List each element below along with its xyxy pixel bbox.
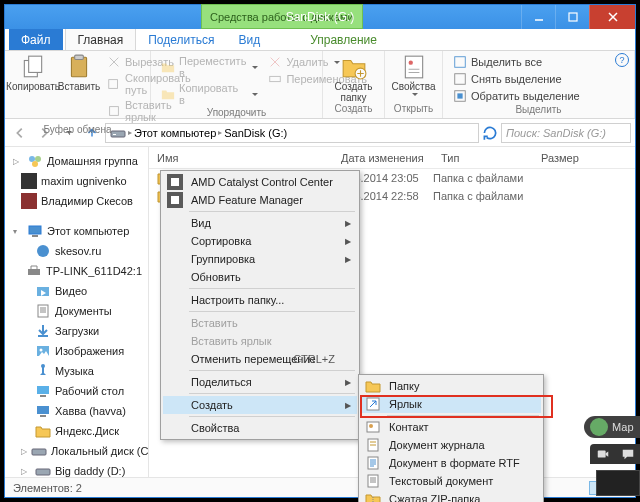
open-group-label: Открыть — [393, 103, 434, 116]
svg-point-18 — [35, 156, 41, 162]
svg-rect-0 — [569, 13, 577, 21]
copy-to-item[interactable]: Копировать в — [159, 81, 260, 107]
nav-item[interactable]: Изображения — [5, 341, 148, 361]
close-button[interactable] — [589, 5, 635, 29]
tab-manage[interactable]: Управление — [298, 29, 389, 50]
svg-rect-4 — [75, 55, 84, 59]
create-folder[interactable]: Папку — [361, 377, 541, 395]
move-to-item[interactable]: Переместить в — [159, 54, 260, 80]
tab-file[interactable]: Файл — [9, 29, 63, 50]
ctx-amd-fm[interactable]: AMD Feature Manager — [163, 191, 357, 209]
search-input[interactable]: Поиск: SanDisk (G:) — [501, 123, 631, 143]
ctx-customize[interactable]: Настроить папку... — [163, 291, 357, 309]
ctx-paste[interactable]: Вставить — [163, 314, 357, 332]
svg-rect-36 — [36, 469, 50, 475]
ctx-refresh[interactable]: Обновить — [163, 268, 357, 286]
col-date[interactable]: Дата изменения — [333, 152, 433, 164]
nav-user2[interactable]: Владимир Скесов — [5, 191, 148, 211]
create-submenu[interactable]: Папку Ярлык Контакт Документ журнала Док… — [358, 374, 544, 502]
invert-selection-item[interactable]: Обратить выделение — [451, 88, 582, 104]
svg-rect-23 — [32, 235, 38, 237]
breadcrumb[interactable]: ▸ Этот компьютер ▸ SanDisk (G:) — [105, 123, 479, 143]
status-count: Элементов: 2 — [13, 482, 82, 494]
nav-item[interactable]: Яндекс.Диск — [5, 421, 148, 441]
copy-button[interactable]: Копировать — [13, 54, 53, 92]
nav-this-pc[interactable]: ▾Этот компьютер — [5, 221, 148, 241]
svg-rect-50 — [368, 475, 378, 487]
camera-icon[interactable] — [596, 447, 610, 461]
hangouts-controls[interactable] — [590, 444, 640, 464]
ctx-amd-ccc[interactable]: AMD Catalyst Control Center — [163, 173, 357, 191]
ctx-sort[interactable]: Сортировка▶ — [163, 232, 357, 250]
ctx-view[interactable]: Вид▶ — [163, 214, 357, 232]
svg-rect-34 — [40, 415, 46, 417]
breadcrumb-this-pc[interactable]: Этот компьютер — [134, 127, 216, 139]
nav-item[interactable]: TP-LINK_611D42:1 — [5, 261, 148, 281]
nav-item[interactable]: Хавва (havva) — [5, 401, 148, 421]
col-type[interactable]: Тип — [433, 152, 533, 164]
svg-rect-2 — [29, 56, 42, 72]
svg-rect-12 — [455, 74, 466, 85]
context-menu[interactable]: AMD Catalyst Control Center AMD Feature … — [160, 170, 360, 440]
ctx-share[interactable]: Поделиться▶ — [163, 373, 357, 391]
ctx-create[interactable]: Создать▶ — [163, 396, 357, 414]
nav-user1[interactable]: maxim ugnivenko — [5, 171, 148, 191]
svg-rect-33 — [37, 406, 49, 414]
nav-homegroup[interactable]: ▷Домашняя группа — [5, 151, 148, 171]
maximize-button[interactable] — [555, 5, 589, 29]
create-shortcut[interactable]: Ярлык — [361, 395, 541, 413]
svg-point-29 — [40, 349, 43, 352]
svg-rect-9 — [405, 56, 422, 78]
svg-rect-27 — [38, 305, 48, 317]
svg-rect-20 — [21, 173, 37, 189]
nav-item[interactable]: ▷Big daddy (D:) — [5, 461, 148, 477]
create-zip[interactable]: Сжатая ZIP-папка — [361, 490, 541, 502]
nav-item[interactable]: Рабочий стол — [5, 381, 148, 401]
svg-rect-25 — [28, 269, 40, 275]
nav-item[interactable]: Загрузки — [5, 321, 148, 341]
ribbon: ? Копировать Вставить Вырезать Скопирова… — [5, 51, 635, 119]
svg-rect-32 — [40, 395, 46, 397]
tab-view[interactable]: Вид — [226, 29, 272, 50]
nav-item[interactable]: ▷Локальный диск (C:) — [5, 441, 148, 461]
svg-rect-46 — [367, 422, 379, 432]
create-rtf[interactable]: Документ в формате RTF — [361, 454, 541, 472]
ctx-properties[interactable]: Свойства — [163, 419, 357, 437]
col-size[interactable]: Размер — [533, 152, 593, 164]
svg-rect-51 — [597, 451, 605, 458]
ctx-undo-move[interactable]: Отменить перемещениеCTRL+Z — [163, 350, 357, 368]
organize-group-label: Упорядочить — [159, 107, 314, 120]
nav-item[interactable]: skesov.ru — [5, 241, 148, 261]
tab-home[interactable]: Главная — [65, 28, 137, 50]
svg-point-17 — [29, 156, 35, 162]
column-headers[interactable]: Имя Дата изменения Тип Размер — [149, 147, 635, 169]
minimize-button[interactable] — [521, 5, 555, 29]
hangouts-thumb[interactable] — [596, 470, 640, 496]
hangouts-contact[interactable]: Мар — [584, 416, 640, 438]
nav-item[interactable]: Музыка — [5, 361, 148, 381]
nav-pane[interactable]: ▷Домашняя группа maxim ugnivenko Владими… — [5, 147, 149, 477]
create-text[interactable]: Текстовый документ — [361, 472, 541, 490]
create-journal[interactable]: Документ журнала — [361, 436, 541, 454]
ctx-paste-shortcut[interactable]: Вставить ярлык — [163, 332, 357, 350]
clipboard-group-label: Буфер обмена — [13, 124, 142, 137]
svg-rect-22 — [29, 226, 41, 234]
paste-button[interactable]: Вставить — [59, 54, 99, 92]
svg-rect-31 — [37, 386, 49, 394]
create-contact[interactable]: Контакт — [361, 418, 541, 436]
select-none-item[interactable]: Снять выделение — [451, 71, 582, 87]
help-icon[interactable]: ? — [615, 53, 629, 67]
tab-share[interactable]: Поделиться — [136, 29, 226, 50]
ctx-group[interactable]: Группировка▶ — [163, 250, 357, 268]
breadcrumb-drive[interactable]: SanDisk (G:) — [224, 127, 287, 139]
select-all-item[interactable]: Выделить все — [451, 54, 582, 70]
properties-button[interactable]: Свойства — [393, 54, 434, 96]
chat-icon[interactable] — [621, 447, 635, 461]
nav-item[interactable]: Документы — [5, 301, 148, 321]
nav-item[interactable]: Видео — [5, 281, 148, 301]
svg-point-24 — [37, 245, 49, 257]
new-folder-button[interactable]: Создать папку — [331, 54, 376, 103]
refresh-button[interactable] — [481, 124, 499, 142]
col-name[interactable]: Имя — [149, 152, 333, 164]
svg-rect-5 — [109, 80, 118, 89]
